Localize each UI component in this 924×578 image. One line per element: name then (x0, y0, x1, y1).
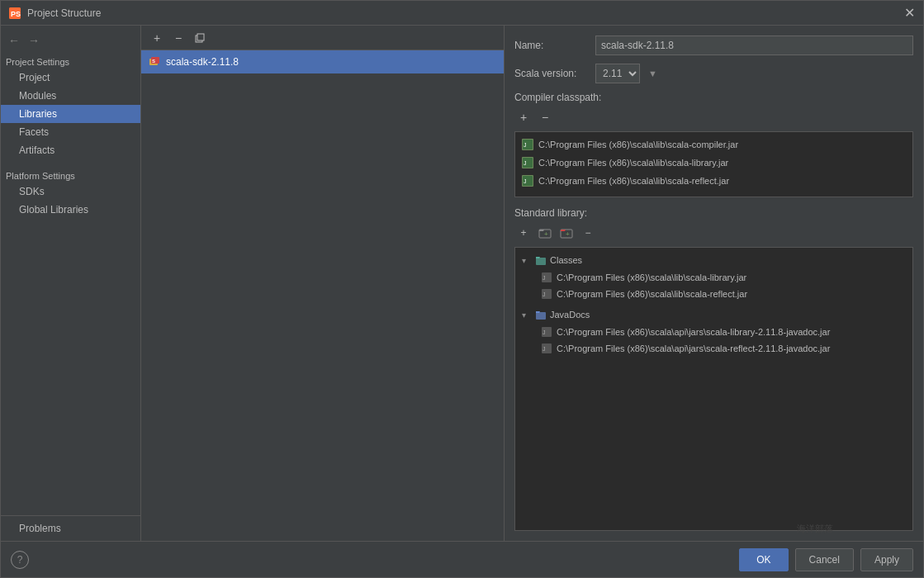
library-toolbar: + − (141, 26, 504, 50)
jar-icon-0: J (522, 139, 533, 150)
sidebar-item-problems[interactable]: Problems (1, 519, 140, 538)
svg-text:J: J (524, 178, 527, 184)
classes-icon (535, 254, 547, 266)
tree-item-class-0: J C:\Program Files (x86)\scala\lib\scala… (519, 269, 909, 286)
svg-rect-22 (536, 312, 546, 320)
stdlib-remove-button[interactable]: − (579, 224, 597, 242)
library-item[interactable]: S scala-sdk-2.11.8 (141, 50, 504, 73)
project-settings-header: Project Settings (1, 52, 140, 69)
sidebar-item-label-problems: Problems (19, 523, 61, 534)
tree-item-javadoc-1: J C:\Program Files (x86)\scala\api\jars\… (519, 340, 909, 357)
javadocs-label: JavaDocs (550, 310, 590, 320)
tree-item-text-javadoc-0: C:\Program Files (x86)\scala\api\jars\sc… (557, 327, 830, 337)
classpath-item-2: J C:\Program Files (x86)\scala\lib\scala… (519, 172, 909, 190)
classpath-text-0: C:\Program Files (x86)\scala\lib\scala-c… (538, 140, 738, 149)
classpath-item-1: J C:\Program Files (x86)\scala\lib\scala… (519, 154, 909, 172)
sidebar-item-label-project: Project (19, 72, 50, 83)
tree-jar-icon-0: J (542, 272, 552, 282)
sidebar-item-label-facets: Facets (19, 126, 49, 138)
svg-text:J: J (543, 291, 546, 297)
cancel-button[interactable]: Cancel (795, 548, 854, 571)
name-label: Name: (514, 40, 589, 51)
stdlib-add-folder-button[interactable]: + (536, 224, 554, 242)
library-name: scala-sdk-2.11.8 (166, 56, 239, 68)
sidebar-item-modules[interactable]: Modules (1, 87, 140, 105)
scala-version-select[interactable]: 2.11 2.12 2.13 (595, 64, 640, 83)
compiler-classpath-label: Compiler classpath: (514, 92, 913, 103)
svg-text:J: J (524, 142, 527, 148)
sidebar-item-label-libraries: Libraries (19, 108, 57, 120)
bottom-bar: ? 海洋部落 OK Cancel Apply (1, 541, 923, 577)
stdlib-tree: ▾ Classes J (514, 247, 913, 531)
apply-button[interactable]: Apply (860, 548, 913, 571)
ok-button[interactable]: OK (739, 548, 788, 571)
sidebar-item-sdks[interactable]: SDKs (1, 182, 140, 201)
svg-rect-3 (197, 34, 204, 40)
title-bar-left: PS Project Structure (9, 7, 101, 19)
name-input[interactable] (595, 36, 913, 55)
sidebar: ← → Project Settings Project Modules Lib… (1, 26, 141, 541)
tree-item-text-class-1: C:\Program Files (x86)\scala\lib\scala-r… (557, 289, 747, 299)
classes-group: ▾ Classes J (519, 251, 909, 302)
stdlib-add-button[interactable]: + (514, 224, 533, 242)
svg-text:J: J (543, 329, 546, 335)
add-library-button[interactable]: + (148, 29, 166, 47)
jar-icon-1: J (522, 157, 533, 168)
classpath-text-2: C:\Program Files (x86)\scala\lib\scala-r… (538, 176, 729, 186)
tree-jar-icon-1: J (542, 289, 552, 299)
classpath-text-1: C:\Program Files (x86)\scala\lib\scala-l… (538, 158, 728, 168)
classes-chevron: ▾ (522, 256, 532, 265)
sidebar-item-project[interactable]: Project (1, 69, 140, 87)
svg-text:PS: PS (11, 10, 21, 18)
app-icon: PS (9, 7, 21, 19)
tree-item-text-javadoc-1: C:\Program Files (x86)\scala\api\jars\sc… (557, 343, 830, 353)
tree-jar-icon-javadoc-1: J (542, 343, 552, 353)
sidebar-item-global-libraries[interactable]: Global Libraries (1, 201, 140, 219)
dialog-title: Project Structure (27, 7, 101, 19)
javadocs-group: ▾ JavaDocs J (519, 306, 909, 357)
library-icon: S (148, 55, 161, 69)
watermark: 海洋部落 (797, 523, 833, 535)
project-structure-dialog: PS Project Structure ✕ ← → Project Setti… (0, 0, 924, 578)
sidebar-bottom: Problems (1, 515, 140, 541)
scala-version-label: Scala version: (514, 68, 589, 79)
sidebar-item-artifacts[interactable]: Artifacts (1, 141, 140, 159)
remove-library-button[interactable]: − (169, 29, 187, 47)
classes-group-header[interactable]: ▾ Classes (519, 251, 909, 269)
sidebar-item-label-global-libraries: Global Libraries (19, 204, 88, 216)
javadocs-chevron: ▾ (522, 310, 532, 320)
svg-text:J: J (543, 275, 546, 281)
bottom-left: ? (11, 551, 29, 569)
tree-item-javadoc-0: J C:\Program Files (x86)\scala\api\jars\… (519, 324, 909, 340)
svg-rect-17 (536, 258, 546, 265)
sidebar-item-facets[interactable]: Facets (1, 123, 140, 141)
nav-toolbar: ← → (1, 29, 140, 52)
copy-library-button[interactable] (191, 29, 209, 47)
back-button[interactable]: ← (6, 32, 22, 49)
bottom-right: OK Cancel Apply (739, 548, 913, 571)
stdlib-add-url-button[interactable]: + (557, 224, 576, 242)
sidebar-item-label-sdks: SDKs (19, 186, 45, 197)
sidebar-item-label-modules: Modules (19, 90, 56, 102)
scala-version-row: Scala version: 2.11 2.12 2.13 ▼ (514, 64, 913, 83)
stdlib-toolbar: + + + − (514, 224, 913, 242)
help-button[interactable]: ? (11, 551, 29, 569)
sidebar-item-libraries[interactable]: Libraries (1, 105, 140, 123)
classpath-add-button[interactable]: + (514, 108, 533, 126)
center-panel: + − S (141, 26, 505, 541)
tree-jar-icon-javadoc-0: J (542, 327, 552, 337)
tree-item-text-class-0: C:\Program Files (x86)\scala\lib\scala-l… (557, 272, 746, 282)
main-content: ← → Project Settings Project Modules Lib… (1, 26, 923, 541)
title-bar: PS Project Structure ✕ (1, 1, 923, 26)
library-list: S scala-sdk-2.11.8 (141, 50, 504, 541)
sidebar-item-label-artifacts: Artifacts (19, 144, 54, 156)
close-button[interactable]: ✕ (904, 7, 915, 20)
jar-icon-2: J (522, 175, 533, 187)
tree-item-class-1: J C:\Program Files (x86)\scala\lib\scala… (519, 286, 909, 302)
svg-text:J: J (524, 160, 527, 166)
classpath-item-0: J C:\Program Files (x86)\scala\lib\scala… (519, 135, 909, 154)
classpath-remove-button[interactable]: − (536, 108, 554, 126)
svg-text:J: J (543, 346, 546, 352)
forward-button[interactable]: → (26, 32, 42, 49)
javadocs-group-header[interactable]: ▾ JavaDocs (519, 306, 909, 324)
